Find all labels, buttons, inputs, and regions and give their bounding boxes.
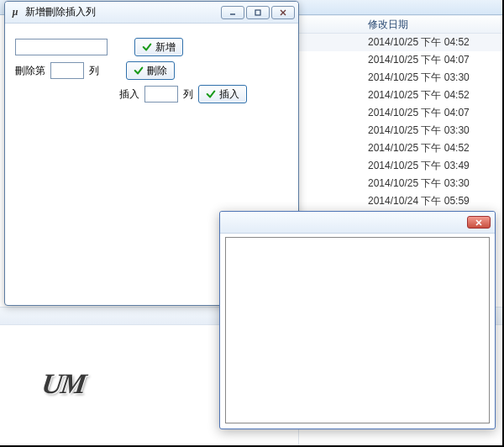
- delete-prefix-label: 刪除第: [15, 64, 45, 78]
- list-item[interactable]: 2014/10/25 下午 04:52: [298, 87, 502, 104]
- row-label: 列: [89, 64, 99, 78]
- add-value-input[interactable]: [15, 39, 108, 55]
- close-button[interactable]: [467, 216, 491, 229]
- list-item[interactable]: 2014/10/25 下午 04:07: [298, 104, 502, 122]
- list-item[interactable]: 2014/10/25 下午 03:49: [298, 157, 502, 175]
- maximize-button[interactable]: [246, 6, 270, 19]
- dialog1-title: 新增刪除插入列: [25, 5, 96, 19]
- dialog1-titlebar[interactable]: μ 新增刪除插入列: [5, 2, 298, 24]
- svg-rect-1: [255, 10, 260, 15]
- dialog2-titlebar[interactable]: [220, 212, 495, 234]
- close-button[interactable]: [271, 6, 295, 19]
- um-logo: UM: [39, 368, 87, 400]
- delete-button[interactable]: 刪除: [126, 61, 175, 80]
- insert-index-input[interactable]: [144, 86, 178, 103]
- insert-button[interactable]: 插入: [198, 85, 247, 103]
- check-icon: [134, 66, 144, 76]
- row-label-2: 列: [183, 87, 193, 102]
- dialog2-client-area: [225, 237, 490, 423]
- file-list: 2014/10/25 下午 04:52 2014/10/25 下午 04:07 …: [298, 34, 502, 228]
- check-icon: [142, 42, 152, 52]
- app-icon: μ: [8, 6, 22, 19]
- column-header-date[interactable]: 修改日期: [368, 18, 408, 32]
- insert-label: 插入: [119, 87, 139, 102]
- minimize-button[interactable]: [221, 6, 244, 19]
- check-icon: [206, 89, 216, 99]
- list-item[interactable]: 2014/10/25 下午 03:30: [298, 69, 502, 87]
- column-header-bar: 修改日期: [298, 15, 502, 34]
- delete-index-input[interactable]: [50, 62, 84, 79]
- list-item[interactable]: 2014/10/24 下午 05:59: [298, 192, 502, 210]
- list-item[interactable]: 2014/10/25 下午 04:52: [298, 34, 502, 51]
- list-item[interactable]: 2014/10/25 下午 04:07: [298, 51, 502, 69]
- list-item[interactable]: 2014/10/25 下午 04:52: [298, 139, 502, 157]
- dialog1-body: 新增 刪除第 列 刪除 插入 列 插入: [5, 24, 298, 118]
- list-item[interactable]: 2014/10/25 下午 03:30: [298, 175, 502, 192]
- list-item[interactable]: 2014/10/25 下午 03:30: [298, 122, 502, 139]
- add-button[interactable]: 新增: [134, 38, 183, 56]
- close-icon: [475, 218, 483, 227]
- dialog-blank-window: [219, 211, 496, 429]
